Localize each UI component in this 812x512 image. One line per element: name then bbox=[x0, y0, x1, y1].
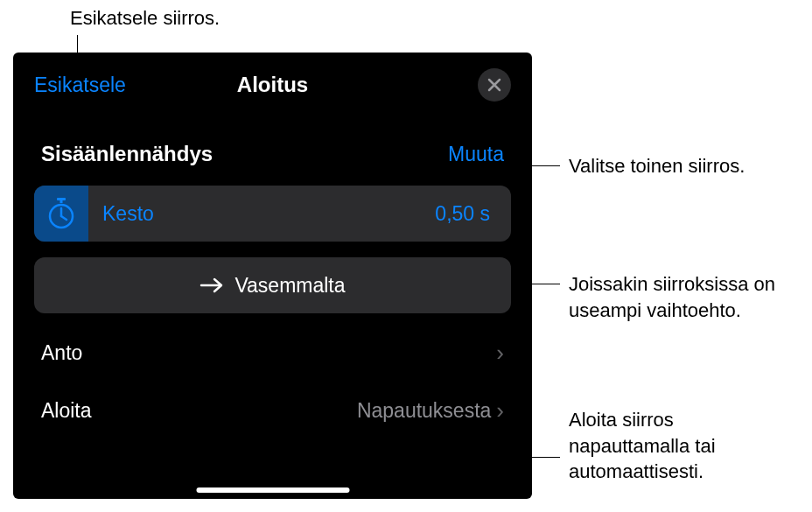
delivery-row[interactable]: Anto › bbox=[13, 326, 532, 380]
chevron-right-icon: › bbox=[496, 397, 504, 424]
svg-line-4 bbox=[61, 216, 66, 220]
direction-label: Vasemmalta bbox=[234, 274, 345, 298]
callout-preview: Esikatsele siirros. bbox=[70, 7, 220, 30]
callout-line bbox=[480, 165, 560, 166]
duration-row[interactable]: Kesto 0,50 s bbox=[34, 186, 511, 242]
direction-row[interactable]: Vasemmalta bbox=[34, 257, 511, 313]
close-icon bbox=[486, 77, 502, 93]
callout-line bbox=[520, 284, 560, 284]
duration-label: Kesto bbox=[88, 202, 435, 226]
close-button[interactable] bbox=[478, 68, 511, 102]
chevron-right-icon: › bbox=[496, 340, 504, 367]
start-row[interactable]: Aloita Napautuksesta › bbox=[13, 383, 532, 438]
callout-change: Valitse toinen siirros. bbox=[569, 153, 745, 179]
panel-title: Aloitus bbox=[237, 73, 308, 97]
delivery-label: Anto bbox=[41, 341, 82, 365]
callout-line bbox=[500, 457, 560, 458]
callout-direction: Joissakin siirroksissa on useampi vaihto… bbox=[569, 271, 796, 323]
duration-value: 0,50 s bbox=[435, 202, 511, 226]
home-indicator[interactable] bbox=[196, 487, 349, 493]
start-label: Aloita bbox=[41, 399, 92, 423]
svg-rect-1 bbox=[60, 200, 63, 203]
callout-start: Aloita siirros napauttamalla tai automaa… bbox=[569, 407, 796, 485]
arrow-right-icon bbox=[200, 277, 224, 294]
panel-header: Esikatsele Aloitus bbox=[13, 53, 532, 116]
preview-button[interactable]: Esikatsele bbox=[34, 74, 126, 97]
stopwatch-icon bbox=[47, 198, 75, 229]
effect-name: Sisäänlennähdys bbox=[41, 142, 213, 166]
change-button[interactable]: Muuta bbox=[448, 143, 504, 166]
timer-icon-box bbox=[34, 186, 88, 242]
section-header: Sisäänlennähdys Muuta bbox=[13, 116, 532, 179]
build-in-panel: Esikatsele Aloitus Sisäänlennähdys Muuta… bbox=[13, 53, 532, 499]
start-value: Napautuksesta bbox=[357, 399, 491, 423]
